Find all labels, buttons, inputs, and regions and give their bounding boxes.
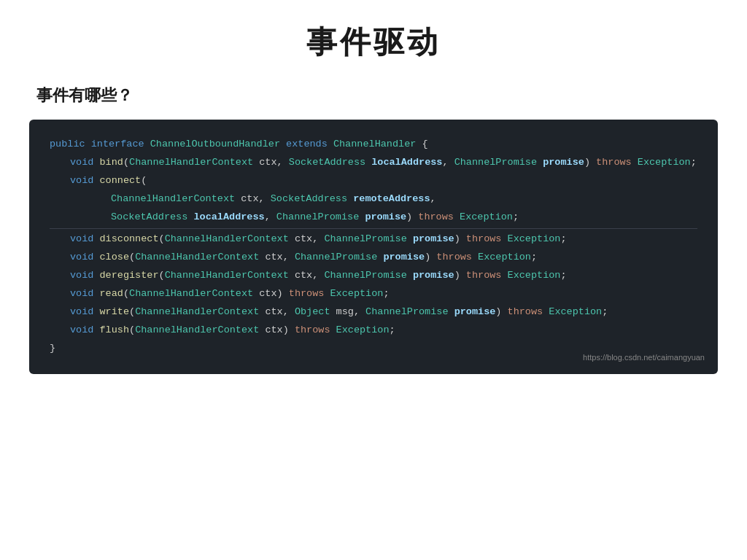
- code-line-4: ChannelHandlerContext ctx, SocketAddress…: [50, 190, 697, 209]
- code-line-1: public interface ChannelOutboundHandler …: [50, 136, 697, 154]
- watermark: https://blog.csdn.net/caimangyuan: [583, 350, 705, 365]
- code-line-8: void deregister(ChannelHandlerContext ct…: [50, 267, 697, 285]
- code-line-11: void flush(ChannelHandlerContext ctx) th…: [50, 322, 697, 340]
- code-line-10: void write(ChannelHandlerContext ctx, Ob…: [50, 303, 697, 322]
- page-title: 事件驱动: [306, 22, 441, 63]
- code-line-3: void connect(: [50, 172, 697, 190]
- code-line-5: SocketAddress localAddress, ChannelPromi…: [50, 209, 697, 227]
- code-line-7: void close(ChannelHandlerContext ctx, Ch…: [50, 249, 697, 267]
- code-block: public interface ChannelOutboundHandler …: [29, 120, 718, 374]
- page-container: 事件驱动 事件有哪些？ public interface ChannelOutb…: [0, 0, 747, 560]
- code-line-9: void read(ChannelHandlerContext ctx) thr…: [50, 285, 697, 303]
- subtitle: 事件有哪些？: [29, 85, 718, 106]
- code-line-6: void disconnect(ChannelHandlerContext ct…: [50, 230, 697, 249]
- code-line-2: void bind(ChannelHandlerContext ctx, Soc…: [50, 154, 697, 172]
- separator-line: [50, 228, 697, 229]
